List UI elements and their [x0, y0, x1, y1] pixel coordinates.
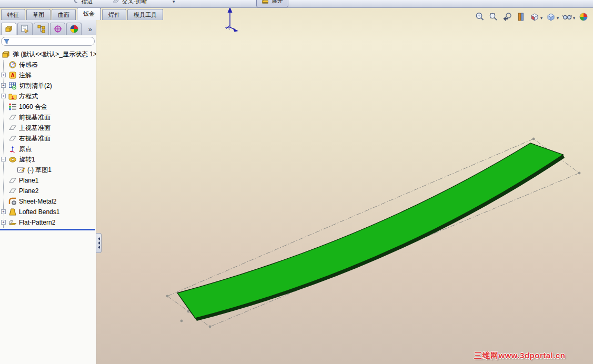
sketch-icon: [17, 166, 25, 174]
configurationmanager-icon: [37, 24, 46, 34]
tree-item-label: Plane2: [19, 187, 38, 195]
manager-tab-featuremanager-tree[interactable]: [1, 23, 16, 35]
zoom-fit-button[interactable]: [474, 12, 486, 24]
commandmanager-tab-5[interactable]: 焊件: [102, 9, 126, 20]
plane-icon: [8, 187, 17, 195]
dropdown-caret-icon[interactable]: ▾: [540, 16, 542, 21]
commandmanager-tab-4[interactable]: 钣金: [77, 7, 101, 20]
cross-break-button[interactable]: 交叉-折断: [109, 0, 150, 7]
tree-item[interactable]: (-) 草图1: [0, 165, 96, 175]
hide-show-items-button[interactable]: ▾: [561, 12, 576, 24]
tree-item-label: (-) 草图1: [27, 166, 52, 175]
manager-tab-dimxpertmanager[interactable]: [50, 23, 65, 35]
hem-label: 褶边: [81, 0, 93, 5]
manager-tab-propertymanager[interactable]: [17, 23, 33, 35]
cross-break-icon: [113, 0, 120, 5]
toolbar-more-caret[interactable]: ▾: [173, 0, 175, 4]
expand-icon[interactable]: +: [1, 73, 6, 77]
tree-item-label: 注解: [19, 71, 32, 80]
tree-item[interactable]: 前视基准面: [0, 112, 96, 123]
tree-item[interactable]: 上视基准面: [0, 123, 96, 133]
cross-break-label: 交叉-折断: [122, 0, 147, 5]
display-style-button[interactable]: ▾: [545, 12, 559, 24]
zoom-area-icon: [488, 12, 499, 24]
zoom-area-button[interactable]: [488, 12, 499, 24]
featuremanager-panel: » 弹 (默认<<默认>_显示状态 1>传感器+A注解+切割清单(2)+Σ方程式…: [0, 20, 96, 364]
watermark: 三维网www.3dportal.cn: [474, 351, 565, 361]
unfold-button[interactable]: 展开: [256, 0, 288, 7]
tree-item[interactable]: 右视基准面: [0, 133, 96, 144]
commandmanager-tab-6[interactable]: 模具工具: [127, 9, 163, 20]
equations-icon: Σ: [8, 92, 17, 100]
filter-row: [0, 35, 96, 47]
tree-item[interactable]: +Flat-Pattern2: [0, 217, 96, 228]
manager-tab-configurationmanager[interactable]: [34, 23, 49, 35]
view-orientation-button[interactable]: ▾: [529, 12, 543, 24]
tree-item[interactable]: Plane2: [0, 186, 96, 196]
cut-list-icon: [8, 82, 17, 90]
commandmanager-tab-2[interactable]: 草图: [26, 9, 51, 20]
collapse-icon[interactable]: −: [1, 157, 6, 161]
display-style-icon: [546, 12, 556, 24]
plane-icon: [8, 176, 17, 185]
lofted-bends-icon: [8, 208, 17, 216]
unfold-icon: [262, 0, 269, 5]
revolve-icon: [8, 155, 17, 164]
commandmanager-tabs: 特征草图曲面钣金焊件模具工具: [1, 7, 164, 20]
hem-button[interactable]: 褶边: [68, 0, 96, 7]
apply-scene-button[interactable]: [578, 12, 589, 24]
tree-item-label: Plane1: [19, 177, 38, 184]
tree-item[interactable]: +切割清单(2): [0, 80, 96, 91]
previous-view-button[interactable]: [501, 12, 513, 24]
commandmanager-tab-1[interactable]: 特征: [1, 9, 25, 20]
tree-item[interactable]: 原点: [0, 144, 96, 154]
expand-icon[interactable]: +: [1, 94, 6, 98]
annotations-icon: A: [8, 71, 17, 79]
manager-tab-displaymanager[interactable]: [66, 23, 82, 35]
zoom-fit-icon: [475, 12, 485, 24]
tree-item[interactable]: +Σ方程式: [0, 91, 96, 102]
expand-icon[interactable]: +: [1, 209, 6, 214]
filter-icon: [4, 37, 9, 46]
tree-item[interactable]: 传感器: [0, 59, 96, 70]
section-view-icon: [516, 12, 526, 24]
tree-filter-input[interactable]: [1, 37, 95, 46]
panel-splitter-handle[interactable]: [96, 233, 102, 253]
dropdown-caret-icon[interactable]: ▾: [573, 16, 575, 21]
svg-text:A: A: [11, 73, 14, 78]
plane-icon: [8, 124, 17, 132]
tree-item-label: 1060 合金: [19, 103, 47, 112]
tree-item-label: 上视基准面: [19, 124, 51, 133]
material-icon: [8, 103, 17, 111]
tree-item[interactable]: 弹 (默认<<默认>_显示状态 1>: [0, 49, 96, 59]
tree-item[interactable]: Sheet-Metal2: [0, 196, 96, 207]
expand-icon[interactable]: +: [1, 220, 6, 225]
manager-tabs-overflow-button[interactable]: »: [88, 25, 94, 35]
rollback-bar[interactable]: [0, 229, 95, 230]
svg-text:Σ: Σ: [12, 95, 15, 100]
manager-tab-bar: »: [0, 20, 96, 35]
dropdown-caret-icon[interactable]: ▾: [557, 16, 559, 21]
expand-icon[interactable]: +: [1, 83, 6, 88]
section-view-button[interactable]: [515, 12, 527, 24]
tree-item-label: 传感器: [19, 60, 38, 69]
feature-tree: 弹 (默认<<默认>_显示状态 1>传感器+A注解+切割清单(2)+Σ方程式10…: [0, 47, 96, 230]
tree-item[interactable]: +A注解: [0, 70, 96, 80]
featuremanager-tree-icon: [4, 24, 14, 34]
sensors-icon: [8, 60, 17, 69]
tree-item-label: 前视基准面: [19, 113, 51, 122]
hem-icon: [72, 0, 79, 5]
tree-item-label: 切割清单(2): [19, 82, 52, 90]
tree-item[interactable]: Plane1: [0, 175, 96, 186]
tree-item-label: Lofted Bends1: [19, 208, 59, 216]
tree-item-label: Sheet-Metal2: [19, 198, 56, 205]
tree-item[interactable]: +Lofted Bends1: [0, 207, 96, 217]
tree-item[interactable]: −旋转1: [0, 154, 96, 165]
tree-item-label: Flat-Pattern2: [19, 219, 55, 226]
tree-item[interactable]: 1060 合金: [0, 102, 96, 112]
hide-show-items-icon: [562, 12, 572, 24]
displaymanager-icon: [69, 24, 79, 34]
sheet-metal-icon: [8, 197, 17, 206]
tree-item-label: 方程式: [19, 92, 38, 101]
commandmanager-tab-3[interactable]: 曲面: [52, 9, 76, 20]
